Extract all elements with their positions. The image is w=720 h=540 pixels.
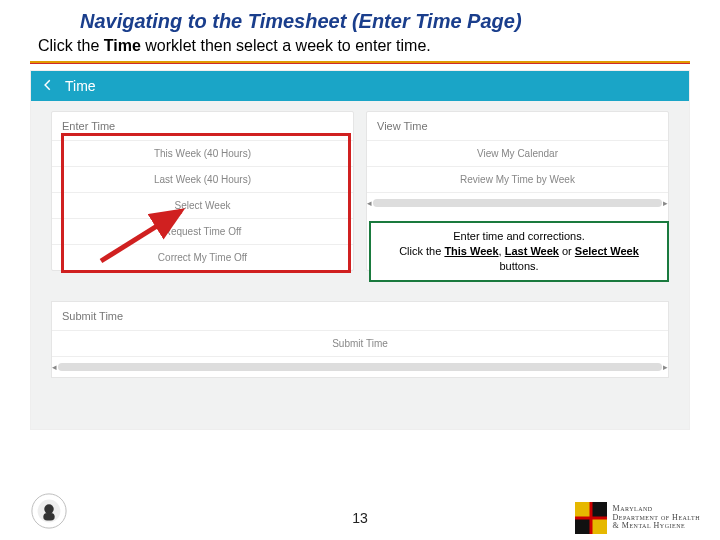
- page-number: 13: [352, 510, 368, 526]
- slide-footer: 13 Maryland Department of Health & Menta…: [0, 488, 720, 540]
- maryland-flag-icon: [575, 502, 607, 534]
- row-request-time-off[interactable]: Request Time Off: [52, 219, 353, 245]
- instruction-post: worklet then select a week to enter time…: [141, 37, 431, 54]
- row-last-week[interactable]: Last Week (40 Hours): [52, 167, 353, 193]
- svg-point-3: [44, 504, 54, 513]
- screenshot-area: Time Enter Time This Week (40 Hours) Las…: [30, 70, 690, 430]
- scrollbar[interactable]: [58, 363, 662, 371]
- callout-line2: Click the This Week, Last Week or Select…: [381, 244, 657, 274]
- svg-rect-7: [591, 502, 607, 518]
- topbar-title: Time: [65, 78, 96, 94]
- svg-rect-5: [575, 502, 591, 518]
- instruction-bold: Time: [104, 37, 141, 54]
- svg-rect-8: [575, 518, 591, 534]
- app-topbar: Time: [31, 71, 689, 101]
- view-time-header: View Time: [367, 112, 668, 141]
- back-arrow-icon[interactable]: [41, 78, 55, 95]
- enter-time-panel: Enter Time This Week (40 Hours) Last Wee…: [51, 111, 354, 271]
- submit-time-header: Submit Time: [52, 302, 668, 331]
- row-submit-time[interactable]: Submit Time: [52, 331, 668, 357]
- submit-time-panel: Submit Time Submit Time: [51, 301, 669, 378]
- row-review-by-week[interactable]: Review My Time by Week: [367, 167, 668, 193]
- instruction-pre: Click the: [38, 37, 104, 54]
- row-this-week[interactable]: This Week (40 Hours): [52, 141, 353, 167]
- slide-title: Navigating to the Timesheet (Enter Time …: [0, 0, 720, 37]
- scrollbar[interactable]: [373, 199, 662, 207]
- dept-logo: Maryland Department of Health & Mental H…: [575, 502, 700, 534]
- svg-rect-6: [591, 518, 607, 534]
- callout-line1: Enter time and corrections.: [381, 229, 657, 244]
- callout-box: Enter time and corrections. Click the Th…: [369, 221, 669, 282]
- dept-line3: & Mental Hygiene: [613, 522, 700, 530]
- row-select-week[interactable]: Select Week: [52, 193, 353, 219]
- enter-time-header: Enter Time: [52, 112, 353, 141]
- instruction-text: Click the Time worklet then select a wee…: [0, 37, 720, 61]
- row-view-calendar[interactable]: View My Calendar: [367, 141, 668, 167]
- divider-red: [30, 63, 690, 64]
- svg-rect-4: [43, 513, 54, 521]
- row-correct-time-off[interactable]: Correct My Time Off: [52, 245, 353, 270]
- seal-left-icon: [30, 492, 68, 534]
